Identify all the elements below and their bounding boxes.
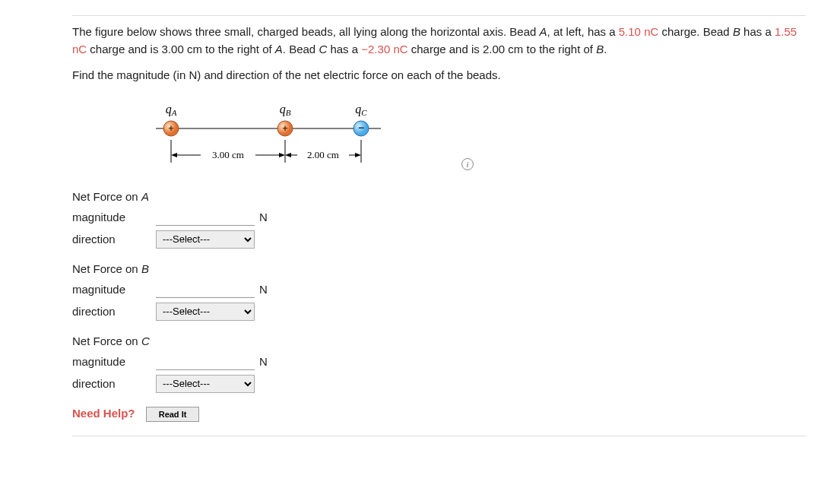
heading-a: Net Force on A	[72, 190, 806, 203]
bead-letter: C	[141, 334, 150, 347]
text: .	[604, 43, 607, 55]
text: has a	[740, 25, 775, 38]
unit-n: N	[259, 355, 268, 368]
direction-label: direction	[72, 305, 156, 318]
bead-letter: A	[141, 190, 149, 203]
charge-c-value: −2.30 nC	[361, 43, 407, 55]
svg-marker-12	[285, 153, 291, 157]
unit-n: N	[259, 283, 268, 296]
figure-area: + qA + qB − qC	[156, 98, 430, 176]
text: charge. Bead	[658, 25, 733, 38]
magnitude-label: magnitude	[72, 211, 156, 223]
direction-select-a[interactable]: ---Select---	[156, 230, 255, 249]
text: . Bead	[283, 43, 319, 55]
bead-b-ref: B	[733, 25, 740, 38]
problem-container: The figure below shows three small, char…	[72, 15, 806, 436]
net-force-c-block: Net Force on C magnitude N direction ---…	[72, 334, 806, 393]
unit-n: N	[259, 211, 268, 223]
svg-text:−: −	[358, 122, 364, 134]
text: has a	[327, 43, 361, 55]
problem-statement: The figure below shows three small, char…	[72, 24, 806, 58]
net-force-b-block: Net Force on B magnitude N direction ---…	[72, 262, 806, 321]
text: The figure below shows three small, char…	[72, 25, 540, 38]
direction-select-b[interactable]: ---Select---	[156, 303, 255, 321]
svg-marker-13	[355, 153, 361, 157]
magnitude-input-a[interactable]	[156, 209, 255, 226]
direction-label: direction	[72, 377, 156, 390]
text: Net Force on	[72, 334, 141, 347]
magnitude-input-c[interactable]	[156, 353, 255, 370]
text: charge and is 3.00 cm to the right of	[87, 43, 275, 55]
label-qa: qA	[166, 103, 177, 117]
bead-letter: B	[141, 262, 149, 275]
net-force-a-block: Net Force on A magnitude N direction ---…	[72, 190, 806, 249]
bead-diagram: + qA + qB − qC	[156, 98, 399, 174]
label-qb: qB	[280, 103, 291, 117]
svg-text:+: +	[282, 123, 287, 134]
text: , at left, has a	[547, 25, 619, 38]
text: charge and is 2.00 cm to the right of	[408, 43, 597, 55]
info-icon[interactable]: i	[461, 158, 474, 170]
text: Net Force on	[72, 190, 141, 203]
distance-ab: 3.00 cm	[212, 149, 244, 160]
bead-b-ref2: B	[596, 43, 604, 55]
svg-text:+: +	[168, 123, 173, 134]
magnitude-label: magnitude	[72, 355, 156, 368]
charge-a-value: 5.10 nC	[619, 25, 659, 38]
heading-c: Net Force on C	[72, 334, 806, 347]
direction-select-c[interactable]: ---Select---	[156, 375, 255, 393]
heading-b: Net Force on B	[72, 262, 806, 275]
distance-bc: 2.00 cm	[307, 149, 339, 160]
direction-label: direction	[72, 233, 156, 246]
read-it-button[interactable]: Read It	[146, 407, 200, 422]
label-qc: qC	[355, 103, 367, 117]
bead-a-ref2: A	[275, 43, 283, 55]
prompt-text: Find the magnitude (in N) and direction …	[72, 67, 806, 84]
need-help-label: Need Help?	[72, 407, 135, 420]
svg-marker-9	[279, 153, 285, 157]
svg-marker-8	[171, 153, 177, 157]
magnitude-label: magnitude	[72, 283, 156, 296]
magnitude-input-b[interactable]	[156, 281, 255, 298]
help-row: Need Help? Read It	[72, 407, 806, 422]
bead-a-ref: A	[540, 25, 547, 38]
text: Net Force on	[72, 262, 141, 275]
bead-c-ref: C	[319, 43, 327, 55]
